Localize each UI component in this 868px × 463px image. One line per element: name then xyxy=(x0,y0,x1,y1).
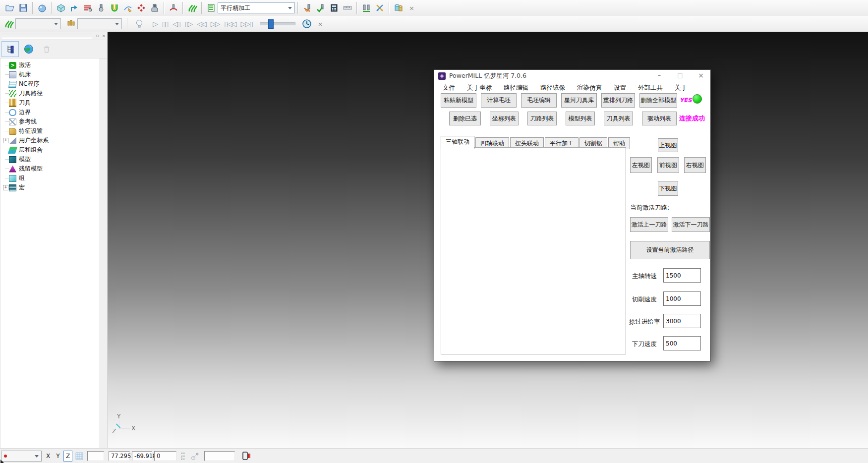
tool-list-button[interactable]: 刀具列表 xyxy=(604,112,633,125)
explorer-tree-button[interactable] xyxy=(1,41,19,57)
shading-sphere-icon[interactable] xyxy=(35,1,49,15)
rewind-button[interactable]: ◁◁ xyxy=(197,20,206,27)
sidebar-item-stock-models[interactable]: 残留模型 xyxy=(1,164,99,174)
nc-program-button[interactable] xyxy=(81,1,94,15)
block-button[interactable] xyxy=(54,1,67,15)
slider-handle[interactable] xyxy=(268,19,274,29)
delete-selected-button[interactable]: 删除已选 xyxy=(449,112,481,125)
explorer-dock-bar[interactable]: ▫ × xyxy=(0,32,107,40)
tool-flame-button[interactable] xyxy=(300,1,314,15)
set-active-toolpath-button[interactable]: 设置当前激活路径 xyxy=(630,241,710,259)
step-back-button[interactable]: ◁▯ xyxy=(173,20,179,27)
strategy-combobox[interactable]: 平行精加工 xyxy=(218,2,295,13)
go-to-end-button[interactable]: ▷▷▯ xyxy=(241,20,252,27)
axis-z-button[interactable]: Z xyxy=(63,451,72,462)
collision-check-button[interactable] xyxy=(108,1,121,15)
lightbulb-icon[interactable] xyxy=(132,17,146,31)
fast-forward-button[interactable]: ▷▷ xyxy=(211,20,220,27)
sidebar-item-levels-and-sets[interactable]: 层和组合 xyxy=(1,145,99,155)
points-pattern-button[interactable] xyxy=(134,1,148,15)
sim-toolpath-combobox[interactable] xyxy=(15,18,61,29)
xyz-list-icon[interactable]: x=y=z= xyxy=(180,451,188,462)
go-to-start-button[interactable]: ▯◁◁ xyxy=(224,20,235,27)
tolerance-field[interactable] xyxy=(87,451,104,461)
sidebar-item-patterns[interactable]: 参考线 xyxy=(1,117,99,126)
compute-block-button[interactable]: 计算毛坯 xyxy=(481,93,517,108)
tab-3axis[interactable]: 三轴联动 xyxy=(441,136,474,149)
tool-holder-button[interactable] xyxy=(148,1,161,15)
close-button[interactable]: × xyxy=(693,70,709,81)
menu-settings[interactable]: 设置 xyxy=(614,84,626,92)
dock-close-icon[interactable]: × xyxy=(102,34,106,38)
step-forward-button[interactable]: ▯▷ xyxy=(185,20,192,27)
delete-all-models-button[interactable]: 删除全部模型 xyxy=(639,93,677,108)
explorer-globe-button[interactable] xyxy=(20,42,37,57)
device-pause-icon[interactable] xyxy=(241,451,252,462)
activate-next-button[interactable]: 激活下一刀路 xyxy=(672,217,710,232)
resize-grip[interactable] xyxy=(0,460,4,463)
menu-render-sim[interactable]: 渲染仿真 xyxy=(577,84,602,92)
model-list-button[interactable]: 模型列表 xyxy=(566,112,595,125)
axis-x-button[interactable]: X xyxy=(44,451,53,462)
menu-external-tools[interactable]: 外部工具 xyxy=(638,84,663,92)
sidebar-item-activate[interactable]: 激活 xyxy=(1,60,99,70)
toolpath-coil-icon[interactable] xyxy=(185,1,199,15)
coord-y-field[interactable]: -69.918 xyxy=(132,451,152,461)
sidebar-item-workplanes[interactable]: 用户坐标系 xyxy=(1,136,99,145)
menu-about-coords[interactable]: 关于坐标 xyxy=(467,84,492,92)
sidebar-item-macros[interactable]: 宏 xyxy=(1,183,99,192)
minimize-button[interactable]: – xyxy=(651,70,668,81)
pause-button[interactable]: ▯▯ xyxy=(162,20,168,27)
view-left-button[interactable]: 左视图 xyxy=(630,157,652,173)
expand-icon[interactable] xyxy=(3,185,8,190)
play-button[interactable]: ▷ xyxy=(153,20,157,27)
dock-restore-icon[interactable]: ▫ xyxy=(96,34,99,38)
view-right-button[interactable]: 右视图 xyxy=(684,157,706,173)
menu-path-edit[interactable]: 路径编辑 xyxy=(504,84,528,92)
axis-y-button[interactable]: Y xyxy=(54,451,62,462)
plunge-feed-input[interactable] xyxy=(663,336,701,350)
menu-about[interactable]: 关于 xyxy=(675,84,687,92)
maximize-button[interactable]: □ xyxy=(672,70,689,81)
open-file-button[interactable] xyxy=(3,1,16,15)
drive-list-button[interactable]: 驱动列表 xyxy=(642,112,677,125)
sidebar-item-models[interactable]: 模型 xyxy=(1,155,99,164)
tool-button[interactable] xyxy=(94,1,108,15)
toolbar-close-button[interactable]: × xyxy=(318,20,323,28)
tool-library-button[interactable]: 星河刀具库 xyxy=(561,93,597,108)
sidebar-item-toolpaths[interactable]: 刀具路径 xyxy=(1,89,99,98)
simulation-speed-slider[interactable] xyxy=(260,22,295,25)
sidebar-item-groups[interactable]: 组 xyxy=(1,174,99,183)
expand-icon[interactable] xyxy=(3,138,8,143)
cutting-feed-input[interactable] xyxy=(663,291,701,306)
rearrange-toolpaths-button[interactable]: 重排列刀路 xyxy=(601,93,635,108)
toolpath-create-button[interactable] xyxy=(67,1,81,15)
workplane-combobox[interactable] xyxy=(1,451,42,462)
skim-feed-input[interactable] xyxy=(663,314,701,328)
explorer-trash-button[interactable] xyxy=(38,42,55,57)
sim-tool-combobox[interactable] xyxy=(77,18,122,29)
sidebar-item-machine-tools[interactable]: 机床 xyxy=(1,70,99,79)
toolpath-list-button[interactable]: 刀路列表 xyxy=(527,112,557,125)
toolbar-close-button[interactable]: × xyxy=(409,4,414,12)
draw-pattern-button[interactable] xyxy=(121,1,134,15)
view-front-button[interactable]: 前视图 xyxy=(657,157,679,173)
calculator-button[interactable] xyxy=(327,1,341,15)
command-field[interactable] xyxy=(204,451,235,461)
block-edit-button[interactable]: 毛坯编辑 xyxy=(521,93,557,108)
dialog-titlebar[interactable]: PowerMILL 忆梦星河 7.0.6 xyxy=(434,70,710,82)
tool-verify-button[interactable] xyxy=(314,1,327,15)
stock-models-button[interactable] xyxy=(392,1,405,15)
menu-file[interactable]: 文件 xyxy=(443,84,455,92)
coord-x-field[interactable]: 77.2951 xyxy=(109,451,130,461)
sidebar-item-tools[interactable]: 刀具 xyxy=(1,98,99,108)
view-top-button[interactable]: 上视图 xyxy=(658,138,678,152)
dock-grip[interactable] xyxy=(2,34,92,38)
tool-swap-button[interactable] xyxy=(373,1,386,15)
activate-prev-button[interactable]: 激活上一刀路 xyxy=(630,217,668,232)
grid-toggle-button[interactable] xyxy=(74,451,85,462)
sidebar-item-nc-programs[interactable]: NC程序 xyxy=(1,79,99,89)
menu-path-mirror[interactable]: 路径镜像 xyxy=(540,84,565,92)
spindle-speed-input[interactable] xyxy=(663,268,701,283)
probe-icon[interactable] xyxy=(190,451,201,462)
